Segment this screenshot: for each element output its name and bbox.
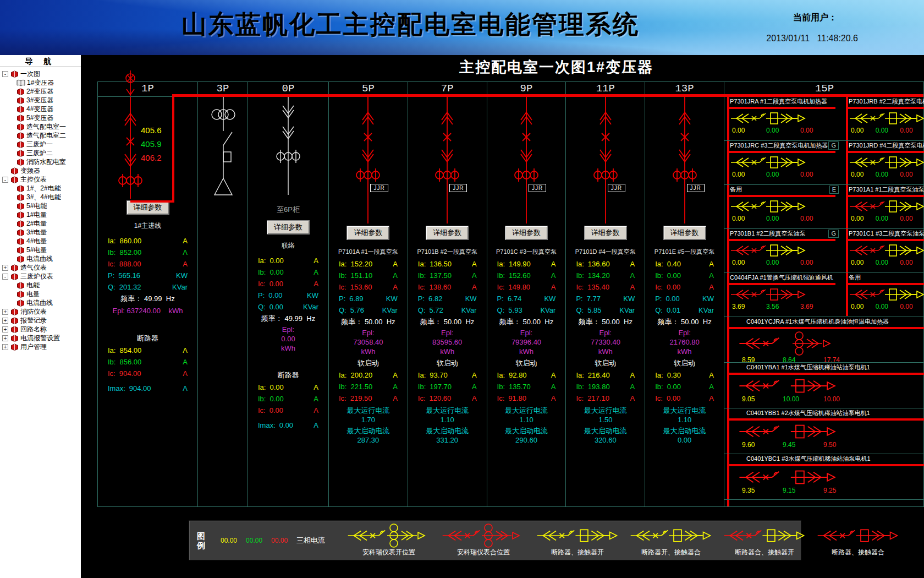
sidebar-tree-item[interactable]: 主控仪表 [0, 175, 81, 184]
max-run-current-label: 最大运行电流 [505, 406, 548, 416]
softstart-phase-b: Ib:197.70A [408, 381, 487, 392]
power-row: P:0.00KW [645, 293, 724, 304]
frequency-row: 频率： 50.00 Hz [579, 316, 632, 328]
energy-block: Epl: 77330.40 kWh [591, 328, 620, 356]
feeder-label: P7301JRA #1二段真空泵电机加热器 [730, 97, 827, 106]
pump-feeder-column: 9P JJR 详细参数 P7101C #3一段真空泵 Ia:149.90A Ib… [487, 82, 566, 506]
feeder-name: 联络 [282, 241, 295, 250]
feeder-cell[interactable]: P7301B1 #2二段真空泵油泵G 0.000.000.00 [724, 229, 843, 272]
detail-params-button[interactable]: 详细参数 [505, 226, 548, 240]
sidebar-tree-item[interactable]: 3#电量 [0, 228, 81, 237]
phase-currents: 9.609.459.50 [724, 441, 924, 449]
red-feeder-bar [728, 107, 835, 109]
tree-expander-icon[interactable] [2, 274, 8, 280]
frequency-row: 频率： 50.00 Hz [499, 316, 553, 328]
jjr-relay-box: JJR [687, 184, 705, 192]
pump-feeder-column: 7P JJR 详细参数 P7101B #2一段真空泵 Ia:136.50A Ib… [408, 82, 487, 506]
sidebar-tree-item[interactable]: 回路名称 [0, 325, 81, 334]
breaker-phase-c: Ic:904.00A [98, 368, 197, 379]
sidebar-tree-item[interactable]: 4#电量 [0, 237, 81, 246]
tree-expander-icon[interactable] [2, 265, 8, 271]
detail-params-button[interactable]: 详细参数 [426, 226, 469, 240]
sidebar-tree-item[interactable]: 三废炉一 [0, 140, 81, 149]
breaker-section-label: 断路器 [278, 369, 299, 381]
tree-expander-icon[interactable] [2, 309, 8, 315]
sidebar-tree-item[interactable]: 一次图 [0, 69, 81, 78]
tree-item-label: 电流曲线 [26, 254, 53, 264]
sidebar-tree-item[interactable]: 电量 [0, 290, 81, 298]
feeder-cell[interactable]: P7301C1 #3二段真空泵油泵 0.000.000.00 [843, 229, 924, 272]
sidebar-tree-item[interactable]: 变频器 [0, 166, 81, 175]
feeder-cell[interactable]: 备用 0.000.000.00 [843, 273, 924, 317]
max-start-current-label: 最大启动电流 [426, 426, 469, 436]
tree-expander-icon[interactable] [2, 335, 8, 341]
tree-expander-icon[interactable] [2, 177, 8, 183]
pump-feeder-column: 5P JJR 详细参数 P7101A #1一段真空泵 Ia:152.20A Ib… [329, 82, 408, 506]
feeder-label: 备用 [849, 274, 861, 282]
sidebar-tree-item[interactable]: 1#变压器 [0, 78, 81, 87]
sidebar-tree-item[interactable]: 造气仪表 [0, 263, 81, 272]
sidebar-tree-item[interactable]: 造气配电室一 [0, 122, 81, 131]
detail-params-button[interactable]: 详细参数 [663, 226, 706, 240]
energy-block: Epl: 21760.80 kWh [669, 328, 699, 356]
book-icon [10, 326, 19, 333]
phase-b-row: Ib:852.00A [98, 247, 197, 258]
sidebar-tree-item[interactable]: 三废炉仪表 [0, 272, 81, 281]
sidebar-tree-item[interactable]: 5#变压器 [0, 113, 81, 122]
book-icon [16, 291, 25, 298]
sidebar-tree-item[interactable]: 3#、4#电能 [0, 193, 81, 201]
book-icon [16, 299, 25, 307]
legend-caption: 断路器开、接触器合 [641, 548, 701, 557]
frequency-row: 频率： 49.99 Hz [120, 293, 174, 305]
feeder-cell[interactable]: P7301JRD #4二段真空泵电机 0.000.000.00 [843, 141, 924, 184]
feeder-cell[interactable]: P7301A1 #1二段真空泵油泵 0.000.000.00 [843, 185, 924, 228]
book-icon [16, 194, 25, 201]
tree-expander-icon[interactable] [2, 71, 8, 77]
sidebar-tree-item[interactable]: 电流曲线 [0, 298, 81, 307]
sidebar-tree-item[interactable]: 消防水配电室 [0, 157, 81, 166]
detail-params-button[interactable]: 详细参数 [346, 226, 389, 240]
feeder-row[interactable]: C0401YBB1 #2水煤气压缩机稀油站油泵电机1 9.609.459.50 [724, 408, 924, 454]
feeder-row[interactable]: C0401YCJRA #1水煤气压缩机机身油池恒温电加热器 8.598.6417… [724, 317, 924, 363]
feeder-row[interactable]: C0401YBA1 #1水煤气压缩机稀油站油泵电机1 9.0510.0010.0… [724, 363, 924, 408]
detail-params-button[interactable]: 详细参数 [267, 220, 310, 235]
feeder-cell[interactable]: C0404FJA #1置换气压缩机强迫通风机 3.693.563.69 [724, 273, 843, 317]
sidebar-tree-item[interactable]: 5#电能 [0, 201, 81, 210]
sidebar-tree-item[interactable]: 消防仪表 [0, 307, 81, 316]
tree-item-label: 消防仪表 [20, 307, 47, 317]
feeder-label: C0404FJA #1置换气压缩机强迫通风机 [730, 274, 833, 282]
feeder-cell[interactable]: P7301JRC #3二段真空泵电机加热器G 0.000.000.00 [724, 141, 843, 184]
feeder-cell[interactable]: 备用E 0.000.000.00 [724, 185, 843, 228]
sidebar-tree-item[interactable]: 报警记录 [0, 316, 81, 325]
sidebar-tree-item[interactable]: 1#、2#电能 [0, 184, 81, 193]
sidebar-tree-item[interactable]: 电能 [0, 281, 81, 290]
sidebar-tree-item[interactable]: 电流报警设置 [0, 334, 81, 342]
sidebar-tree-item[interactable]: 3#变压器 [0, 96, 81, 105]
detail-params-button[interactable]: 详细参数 [584, 226, 627, 240]
sidebar-tree-item[interactable]: 用户管理 [0, 342, 81, 351]
sidebar-tree-item[interactable]: 5#电量 [0, 246, 81, 254]
sidebar-tree-item[interactable]: 1#电量 [0, 210, 81, 219]
max-start-current-label: 最大启动电流 [663, 426, 706, 436]
softstart-phase-c: Ic:219.50A [329, 392, 408, 404]
phase-currents: 0.000.000.00 [843, 215, 924, 222]
feeder-cell[interactable]: P7301JRB #2二段真空泵电机 0.000.000.00 [843, 97, 924, 140]
reactive-row: Q:201.32KVar [98, 281, 197, 293]
tree-expander-icon[interactable] [2, 344, 8, 350]
tree-item-label: 回路名称 [20, 325, 47, 334]
sidebar-tree-item[interactable]: 2#电量 [0, 219, 81, 228]
tree-item-label: 三废炉仪表 [20, 272, 53, 281]
reactive-row: Q:0.00KVar [248, 301, 328, 313]
sidebar-tree-item[interactable]: 三废炉二 [0, 149, 81, 157]
sidebar-tree-item[interactable]: 2#变压器 [0, 87, 81, 96]
feeder-row[interactable]: C0401YBC1 #3水煤气压缩机稀油站油泵电机1 9.359.159.25 [724, 454, 924, 500]
voltage-a: 405.6 [141, 123, 162, 137]
sidebar-tree-item[interactable]: 造气配电室二 [0, 131, 81, 140]
feeder-cell[interactable]: P7301JRA #1二段真空泵电机加热器 0.000.000.00 [724, 97, 843, 140]
tree-expander-icon[interactable] [2, 326, 8, 332]
tree-expander-icon[interactable] [2, 318, 8, 324]
sidebar-tree-item[interactable]: 电流曲线 [0, 254, 81, 263]
sidebar-tree-item[interactable]: 4#变压器 [0, 105, 81, 113]
tree-item-label: 三废炉一 [26, 140, 53, 149]
current-user-label: 当前用户： [793, 12, 837, 24]
